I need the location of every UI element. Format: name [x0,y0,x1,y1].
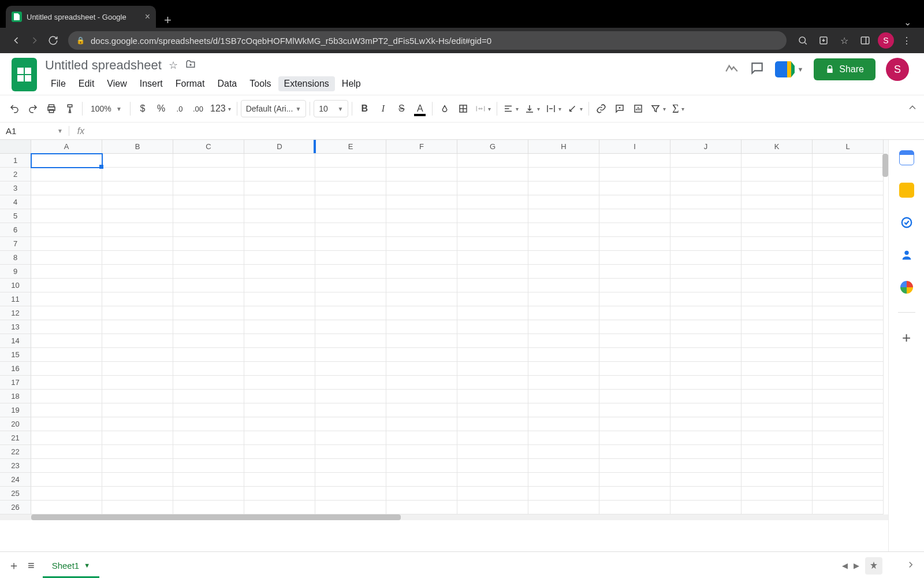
cell[interactable] [31,362,102,376]
cell[interactable] [102,265,173,279]
cell[interactable] [670,473,742,487]
cell[interactable] [599,473,670,487]
share-button[interactable]: Share [814,58,875,80]
column-header[interactable]: I [599,140,670,154]
sheets-home-icon[interactable] [12,58,37,91]
row-header[interactable]: 23 [0,459,31,473]
cell[interactable] [599,237,670,251]
cell[interactable] [670,417,742,431]
cell[interactable] [173,251,244,265]
cell[interactable] [742,265,813,279]
cell[interactable] [315,209,386,223]
cell[interactable] [173,209,244,223]
cell[interactable] [670,306,742,320]
cell[interactable] [670,223,742,237]
cell[interactable] [102,473,173,487]
cell[interactable] [813,390,884,403]
cell[interactable] [670,181,742,195]
cell[interactable] [31,459,102,473]
print-button[interactable] [43,100,60,117]
row-header[interactable]: 13 [0,320,31,334]
cell[interactable] [244,195,315,209]
cell[interactable] [670,265,742,279]
cell[interactable] [315,265,386,279]
cell[interactable] [742,279,813,292]
cell[interactable] [813,459,884,473]
cell[interactable] [102,334,173,348]
cell[interactable] [457,376,528,390]
column-header[interactable]: B [102,140,173,154]
menu-tools[interactable]: Tools [244,76,277,91]
maps-addon-icon[interactable] [899,280,914,295]
cell[interactable] [102,487,173,501]
cell[interactable] [102,417,173,431]
cell[interactable] [599,265,670,279]
cell[interactable] [813,403,884,417]
strikethrough-button[interactable]: S [393,100,410,117]
cell[interactable] [670,487,742,501]
cell[interactable] [742,168,813,181]
cell[interactable] [102,403,173,417]
cell[interactable] [173,473,244,487]
cell[interactable] [457,168,528,181]
cell[interactable] [813,501,884,514]
cell[interactable] [244,487,315,501]
cell[interactable] [31,376,102,390]
select-all-corner[interactable] [0,140,31,154]
cell[interactable] [457,265,528,279]
cell[interactable] [315,223,386,237]
cell[interactable] [244,237,315,251]
cell[interactable] [528,487,599,501]
cell[interactable] [244,431,315,445]
cell[interactable] [102,431,173,445]
cell[interactable] [457,348,528,362]
horizontal-scroll-thumb[interactable] [31,514,401,520]
cell[interactable] [599,403,670,417]
cell[interactable] [742,459,813,473]
decrease-decimal-button[interactable]: .0 [171,100,188,117]
cell[interactable] [528,459,599,473]
add-sheet-button[interactable]: ＋ [8,558,20,573]
cell[interactable] [742,154,813,168]
cell[interactable] [742,445,813,459]
cell[interactable] [244,168,315,181]
cell[interactable] [244,223,315,237]
cell[interactable] [599,223,670,237]
cell[interactable] [244,376,315,390]
horizontal-align-button[interactable]: ▾ [501,100,521,117]
cell[interactable] [31,334,102,348]
cell[interactable] [670,320,742,334]
cell[interactable] [173,181,244,195]
account-avatar[interactable]: S [886,58,909,81]
cell[interactable] [244,320,315,334]
cell[interactable] [31,209,102,223]
activity-icon[interactable] [724,61,739,78]
cell[interactable] [315,362,386,376]
meet-button[interactable]: ▼ [775,61,803,77]
new-tab-button[interactable]: + [156,13,180,28]
cell[interactable] [102,154,173,168]
cell[interactable] [244,265,315,279]
cell[interactable] [813,237,884,251]
cell[interactable] [31,403,102,417]
keep-addon-icon[interactable] [899,183,914,198]
cell[interactable] [173,306,244,320]
vertical-align-button[interactable]: ▾ [522,100,542,117]
cell[interactable] [244,459,315,473]
row-header[interactable]: 24 [0,473,31,487]
cell[interactable] [173,154,244,168]
cell[interactable] [813,376,884,390]
cell[interactable] [457,154,528,168]
cell[interactable] [386,306,457,320]
filter-button[interactable]: ▾ [648,100,668,117]
cell[interactable] [457,292,528,306]
row-header[interactable]: 26 [0,501,31,514]
cell[interactable] [173,237,244,251]
cell[interactable] [244,154,315,168]
chevron-down-icon[interactable]: ▼ [84,562,90,569]
cell[interactable] [102,445,173,459]
cell[interactable] [386,459,457,473]
cell[interactable] [386,501,457,514]
cell[interactable] [31,265,102,279]
cell[interactable] [315,417,386,431]
